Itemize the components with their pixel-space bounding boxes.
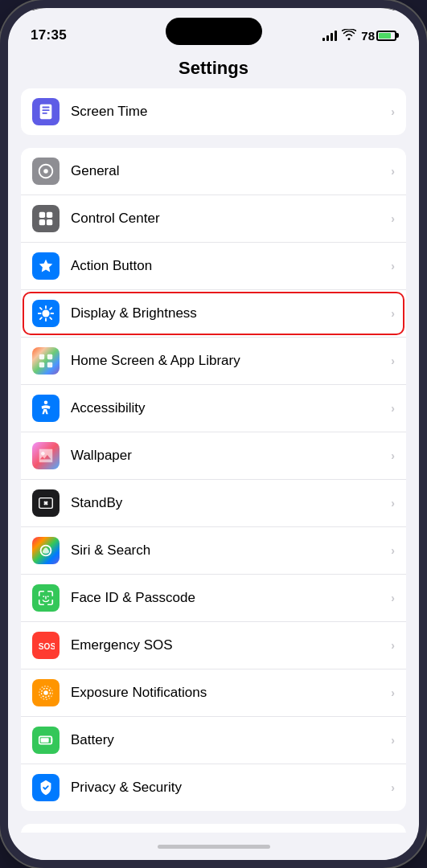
settings-item-screen-time[interactable]: Screen Time › [21,88,406,135]
battery-percent-text: 78 [361,29,375,43]
svg-rect-6 [47,212,52,218]
home-screen-chevron: › [391,354,395,367]
battery-chevron: › [391,734,395,747]
siri-icon [32,537,60,564]
svg-point-22 [44,400,48,404]
svg-rect-1 [42,107,49,108]
nav-header: Settings [8,51,419,88]
settings-item-privacy[interactable]: Privacy & Security › [21,764,406,811]
status-bar: 17:35 78 [8,8,419,51]
svg-line-14 [40,308,42,309]
exposure-chevron: › [391,686,395,699]
settings-item-home-screen[interactable]: Home Screen & App Library › [21,338,406,385]
emergency-sos-label: Emergency SOS [71,637,384,653]
privacy-icon [32,774,60,801]
svg-rect-8 [47,219,52,225]
svg-rect-20 [39,362,44,367]
action-button-chevron: › [391,260,395,272]
signal-bar-1 [322,38,325,41]
svg-rect-19 [47,354,52,359]
settings-item-face-id[interactable]: Face ID & Passcode › [21,575,406,622]
action-button-icon [32,252,60,280]
settings-item-wallpaper[interactable]: Wallpaper › [21,432,406,480]
settings-scroll[interactable]: Screen Time › [8,88,419,833]
home-bar [158,845,270,849]
battery-settings-icon [32,727,60,754]
siri-label: Siri & Search [71,542,384,559]
home-indicator [8,833,419,860]
home-screen-label: Home Screen & App Library [71,353,384,369]
general-chevron: › [391,165,395,178]
screen-time-icon [32,98,60,125]
battery-fill [379,33,391,39]
signal-bars-icon [322,30,337,41]
standby-label: StandBy [71,495,384,511]
display-brightness-chevron: › [391,307,395,320]
display-brightness-icon [32,300,60,327]
standby-icon [32,489,60,517]
svg-rect-18 [39,354,44,359]
settings-group-system: General › Control [21,148,406,811]
phone-frame: 17:35 78 [0,0,427,868]
face-id-chevron: › [391,592,395,604]
svg-point-9 [42,309,49,317]
accessibility-icon [32,395,60,422]
settings-item-siri[interactable]: Siri & Search › [21,527,406,575]
settings-item-action-button[interactable]: Action Button › [21,243,406,290]
settings-item-display-brightness[interactable]: Display & Brightness › [21,290,406,338]
svg-line-17 [40,317,42,319]
svg-point-28 [47,596,49,597]
screen-time-chevron: › [391,105,395,118]
action-button-label: Action Button [71,258,384,274]
settings-list-screen-time: Screen Time › [21,88,406,135]
face-id-label: Face ID & Passcode [71,590,384,606]
svg-rect-2 [42,109,49,111]
settings-item-general[interactable]: General › [21,148,406,195]
screen-time-label: Screen Time [71,104,384,120]
exposure-icon [32,679,60,706]
svg-line-16 [50,308,51,309]
svg-rect-34 [41,738,49,743]
settings-item-standby[interactable]: StandBy › [21,480,406,527]
privacy-label: Privacy & Security [71,780,384,796]
siri-chevron: › [391,544,395,557]
wallpaper-chevron: › [391,449,395,462]
dynamic-island [166,18,262,45]
accessibility-label: Accessibility [71,400,384,416]
settings-list-apps: App Store › Wallet & Apple Pay [21,824,406,833]
svg-rect-3 [42,113,47,114]
status-time: 17:35 [31,27,67,43]
settings-item-emergency-sos[interactable]: SOS Emergency SOS › [21,622,406,669]
standby-chevron: › [391,497,395,510]
svg-text:SOS: SOS [39,642,55,651]
privacy-chevron: › [391,781,395,794]
display-brightness-label: Display & Brightness [71,305,384,321]
battery-label: Battery [71,732,384,748]
svg-rect-5 [39,212,45,218]
page-title: Settings [179,58,248,78]
signal-bar-3 [331,33,333,41]
wallpaper-label: Wallpaper [71,448,384,464]
settings-item-app-store[interactable]: App Store › [21,824,406,833]
control-center-chevron: › [391,212,395,225]
face-id-icon [32,584,60,612]
screen: 17:35 78 [8,8,419,860]
settings-item-control-center[interactable]: Control Center › [21,195,406,243]
emergency-sos-icon: SOS [32,632,60,659]
svg-line-15 [50,317,51,319]
status-icons: 78 [322,29,396,43]
svg-point-27 [43,596,44,597]
svg-rect-0 [40,104,52,119]
general-label: General [71,163,384,179]
svg-rect-7 [39,219,45,225]
settings-group-screen-time: Screen Time › [21,88,406,135]
settings-item-battery[interactable]: Battery › [21,717,406,764]
wallpaper-icon [32,442,60,469]
settings-item-accessibility[interactable]: Accessibility › [21,385,406,432]
svg-rect-21 [47,362,52,367]
control-center-icon [32,205,60,232]
settings-item-exposure[interactable]: Exposure Notifications › [21,669,406,717]
emergency-sos-chevron: › [391,639,395,652]
accessibility-chevron: › [391,402,395,415]
settings-group-apps: App Store › Wallet & Apple Pay [21,824,406,833]
